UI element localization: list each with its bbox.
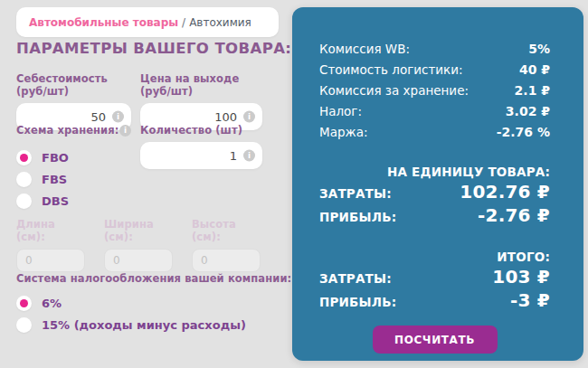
total-costs-row: ЗАТРАТЫ: 103 ₽: [319, 266, 550, 289]
info-icon[interactable]: i: [112, 111, 124, 123]
total-header: ИТОГО:: [319, 248, 550, 266]
price-field: Цена на выходе (руб/шт) i: [140, 72, 262, 130]
stat-label: Маржа:: [319, 122, 367, 143]
radio-circle: [16, 193, 32, 209]
stat-row-margin: Маржа: -2.76 %: [319, 122, 550, 143]
radio-tax-6[interactable]: 6%: [16, 292, 291, 314]
stat-label: Стоимость логистики:: [319, 60, 463, 80]
radio-dbs[interactable]: DBS: [16, 190, 131, 212]
dimensions-group: Длина (см): Ширина (см): Высота (см):: [16, 218, 261, 272]
radio-circle: [16, 296, 32, 311]
quantity-field: Количество (шт) i: [140, 124, 262, 169]
length-field: Длина (см):: [16, 218, 85, 272]
price-label: Цена на выходе (руб/шт): [140, 72, 262, 98]
profit-value: -2.76 ₽: [478, 204, 550, 226]
tax-system-group: Система налогообложения вашей компании: …: [16, 272, 291, 335]
radio-label: FBS: [42, 173, 67, 186]
breadcrumb-subcategory[interactable]: Автохимия: [189, 16, 251, 29]
length-input: [16, 249, 85, 272]
per-unit-costs-row: ЗАТРАТЫ: 102.76 ₽: [319, 181, 550, 204]
radio-circle: [16, 317, 32, 333]
stat-value: 5%: [528, 39, 550, 60]
cost-field: Себестоимость (руб/шт) i: [16, 72, 131, 130]
profit-value: -3 ₽: [510, 289, 550, 311]
total-profit-row: ПРИБЫЛЬ: -3 ₽: [319, 289, 550, 313]
page-title: ПАРАМЕТРЫ ВАШЕГО ТОВАРА:: [16, 40, 291, 57]
width-input: [104, 249, 173, 272]
radio-fbo[interactable]: FBO: [16, 146, 131, 168]
storage-scheme-label: Схема хранения:: [16, 124, 119, 137]
tax-system-label: Система налогообложения вашей компании:: [16, 272, 291, 285]
stat-value: -2.76 %: [497, 122, 550, 143]
stat-value: 3.02 ₽: [506, 101, 550, 122]
radio-fbs[interactable]: FBS: [16, 168, 131, 190]
quantity-label: Количество (шт): [140, 124, 262, 137]
costs-label: ЗАТРАТЫ:: [319, 183, 392, 204]
height-label: Высота (см):: [192, 218, 261, 243]
wb-fee-calculator: Автомобильные товары / Автохимия ПАРАМЕТ…: [0, 0, 588, 368]
breadcrumb[interactable]: Автомобильные товары / Автохимия: [16, 7, 279, 37]
radio-label: FBO: [42, 151, 69, 165]
calculate-button[interactable]: ПОСЧИТАТЬ: [373, 326, 498, 354]
length-label: Длина (см):: [16, 218, 85, 243]
per-unit-profit-row: ПРИБЫЛЬ: -2.76 ₽: [319, 204, 550, 228]
per-unit-header: НА ЕДИНИЦУ ТОВАРА:: [319, 163, 550, 181]
stat-row-storage-fee: Комиссия за хранение: 2.1 ₽: [319, 80, 550, 101]
radio-circle: [16, 172, 32, 187]
info-icon[interactable]: i: [243, 111, 255, 123]
cost-label: Себестоимость (руб/шт): [16, 72, 131, 98]
height-input: [192, 249, 261, 272]
width-label: Ширина (см):: [104, 218, 173, 243]
stat-row-logistics: Стоимость логистики: 40 ₽: [319, 60, 550, 80]
stat-row-tax: Налог: 3.02 ₽: [319, 101, 550, 122]
stat-row-commission: Комиссия WB: 5%: [319, 39, 550, 60]
storage-scheme-group: Схема хранения: i FBO FBS DBS: [16, 124, 131, 212]
radio-label: DBS: [42, 194, 69, 208]
costs-value: 103 ₽: [492, 266, 550, 288]
height-field: Высота (см):: [192, 218, 261, 272]
breadcrumb-separator: /: [182, 16, 185, 29]
radio-circle: [16, 150, 32, 165]
stat-value: 40 ₽: [519, 60, 550, 80]
stat-value: 2.1 ₽: [515, 80, 550, 101]
stat-label: Налог:: [319, 101, 362, 122]
profit-label: ПРИБЫЛЬ:: [319, 291, 396, 313]
results-panel: Комиссия WB: 5% Стоимость логистики: 40 …: [292, 7, 583, 361]
radio-label: 15% (доходы минус расходы): [42, 318, 246, 332]
stat-label: Комиссия WB:: [319, 39, 410, 60]
radio-tax-15[interactable]: 15% (доходы минус расходы): [16, 314, 291, 335]
width-field: Ширина (см):: [104, 218, 173, 272]
radio-label: 6%: [42, 297, 62, 310]
stat-label: Комиссия за хранение:: [319, 80, 469, 101]
info-icon[interactable]: i: [119, 125, 131, 137]
breadcrumb-category[interactable]: Автомобильные товары: [29, 16, 178, 29]
info-icon[interactable]: i: [243, 150, 255, 162]
profit-label: ПРИБЫЛЬ:: [319, 206, 396, 228]
costs-label: ЗАТРАТЫ:: [319, 268, 392, 289]
costs-value: 102.76 ₽: [460, 181, 550, 203]
